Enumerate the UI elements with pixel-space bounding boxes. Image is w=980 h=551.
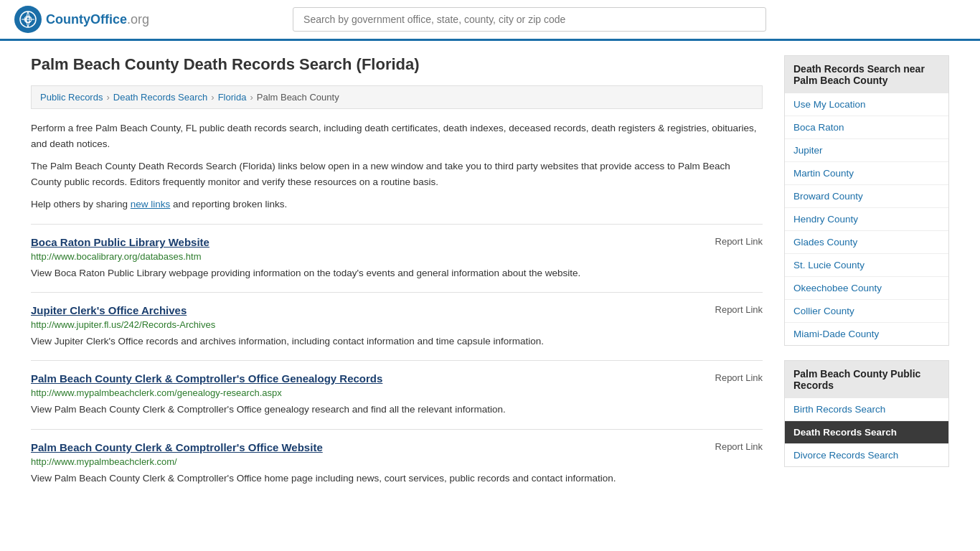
report-link-2[interactable]: Report Link xyxy=(715,372,763,383)
county-link-0[interactable]: Birth Records Search xyxy=(785,398,948,420)
nearby-item-4: Broward County xyxy=(785,185,948,208)
nearby-item-3: Martin County xyxy=(785,162,948,185)
nearby-link-1[interactable]: Boca Raton xyxy=(785,116,948,138)
county-heading: Palm Beach County Public Records xyxy=(784,360,949,398)
content-area: Palm Beach County Death Records Search (… xyxy=(31,55,763,497)
report-link-0[interactable]: Report Link xyxy=(715,236,763,247)
nearby-link-10[interactable]: Miami-Dade County xyxy=(785,323,948,345)
record-title-0[interactable]: Boca Raton Public Library Website xyxy=(31,236,209,248)
main-container: Palm Beach County Death Records Search (… xyxy=(17,41,963,512)
logo-icon: C xyxy=(14,6,42,33)
nearby-item-1: Boca Raton xyxy=(785,116,948,139)
desc-paragraph-1: Perform a free Palm Beach County, FL pub… xyxy=(31,121,763,151)
nearby-link-9[interactable]: Collier County xyxy=(785,300,948,322)
county-item-0: Birth Records Search xyxy=(785,398,948,421)
breadcrumb-florida[interactable]: Florida xyxy=(218,92,247,103)
nearby-item-6: Glades County xyxy=(785,231,948,254)
breadcrumb: Public Records › Death Records Search › … xyxy=(31,85,763,109)
nearby-link-5[interactable]: Hendry County xyxy=(785,208,948,230)
nearby-link-2[interactable]: Jupiter xyxy=(785,139,948,161)
county-link-1[interactable]: Death Records Search xyxy=(785,421,948,443)
county-link-2[interactable]: Divorce Records Search xyxy=(785,444,948,466)
logo-suffix: .org xyxy=(127,12,149,27)
nearby-list: Use My LocationBoca RatonJupiterMartin C… xyxy=(784,93,949,346)
record-url-2[interactable]: http://www.mypalmbeachclerk.com/genealog… xyxy=(31,387,763,398)
desc-paragraph-2: The Palm Beach County Death Records Sear… xyxy=(31,159,763,189)
page-description: Perform a free Palm Beach County, FL pub… xyxy=(31,121,763,212)
record-item-header: Jupiter Clerk's Office Archives Report L… xyxy=(31,304,763,316)
nearby-item-2: Jupiter xyxy=(785,139,948,162)
record-url-0[interactable]: http://www.bocalibrary.org/databases.htm xyxy=(31,251,763,262)
record-desc-1: View Jupiter Clerk's Office records and … xyxy=(31,334,763,349)
site-header: C CountyOffice.org xyxy=(0,0,980,41)
nearby-item-8: Okeechobee County xyxy=(785,277,948,300)
report-link-3[interactable]: Report Link xyxy=(715,441,763,452)
record-item: Jupiter Clerk's Office Archives Report L… xyxy=(31,292,763,360)
sidebar: Death Records Search near Palm Beach Cou… xyxy=(784,55,949,497)
record-url-3[interactable]: http://www.mypalmbeachclerk.com/ xyxy=(31,456,763,467)
nearby-item-5: Hendry County xyxy=(785,208,948,231)
search-input[interactable] xyxy=(293,7,766,32)
breadcrumb-sep-2: › xyxy=(211,92,214,103)
record-item: Palm Beach County Clerk & Comptroller's … xyxy=(31,360,763,428)
page-title: Palm Beach County Death Records Search (… xyxy=(31,55,763,74)
nearby-link-4[interactable]: Broward County xyxy=(785,185,948,207)
nearby-section: Death Records Search near Palm Beach Cou… xyxy=(784,55,949,346)
records-list: Boca Raton Public Library Website Report… xyxy=(31,224,763,497)
record-desc-0: View Boca Raton Public Library webpage p… xyxy=(31,266,763,281)
record-title-3[interactable]: Palm Beach County Clerk & Comptroller's … xyxy=(31,441,323,453)
nearby-link-3[interactable]: Martin County xyxy=(785,162,948,184)
record-item-header: Palm Beach County Clerk & Comptroller's … xyxy=(31,441,763,453)
nearby-link-8[interactable]: Okeechobee County xyxy=(785,277,948,299)
nearby-item-0: Use My Location xyxy=(785,93,948,116)
breadcrumb-death-records-search[interactable]: Death Records Search xyxy=(113,92,208,103)
desc-pre-text: Help others by sharing xyxy=(31,199,131,209)
logo-text: CountyOffice.org xyxy=(46,12,149,27)
record-url-1[interactable]: http://www.jupiter.fl.us/242/Records-Arc… xyxy=(31,319,763,330)
nearby-link-7[interactable]: St. Lucie County xyxy=(785,254,948,276)
report-link-1[interactable]: Report Link xyxy=(715,304,763,315)
breadcrumb-sep-1: › xyxy=(106,92,109,103)
desc-paragraph-3: Help others by sharing new links and rep… xyxy=(31,197,763,212)
breadcrumb-current: Palm Beach County xyxy=(257,92,339,103)
record-desc-3: View Palm Beach County Clerk & Comptroll… xyxy=(31,471,763,486)
record-desc-2: View Palm Beach County Clerk & Comptroll… xyxy=(31,402,763,417)
nearby-item-9: Collier County xyxy=(785,300,948,323)
record-item-header: Palm Beach County Clerk & Comptroller's … xyxy=(31,372,763,385)
breadcrumb-sep-3: › xyxy=(250,92,253,103)
search-container xyxy=(293,7,766,32)
record-title-1[interactable]: Jupiter Clerk's Office Archives xyxy=(31,304,187,316)
nearby-heading: Death Records Search near Palm Beach Cou… xyxy=(784,55,949,93)
county-section: Palm Beach County Public Records Birth R… xyxy=(784,360,949,467)
new-links-link[interactable]: new links xyxy=(131,199,171,209)
breadcrumb-public-records[interactable]: Public Records xyxy=(40,92,103,103)
logo-name: CountyOffice xyxy=(46,12,127,27)
record-title-2[interactable]: Palm Beach County Clerk & Comptroller's … xyxy=(31,372,382,385)
record-item: Boca Raton Public Library Website Report… xyxy=(31,224,763,292)
record-item: Palm Beach County Clerk & Comptroller's … xyxy=(31,429,763,497)
record-item-header: Boca Raton Public Library Website Report… xyxy=(31,236,763,248)
county-list: Birth Records SearchDeath Records Search… xyxy=(784,398,949,467)
desc-post-text: and reporting broken links. xyxy=(170,199,287,209)
county-item-1: Death Records Search xyxy=(785,421,948,444)
nearby-link-0[interactable]: Use My Location xyxy=(785,93,948,116)
county-item-2: Divorce Records Search xyxy=(785,444,948,466)
nearby-item-7: St. Lucie County xyxy=(785,254,948,277)
nearby-link-6[interactable]: Glades County xyxy=(785,231,948,253)
logo-link[interactable]: C CountyOffice.org xyxy=(14,6,149,33)
nearby-item-10: Miami-Dade County xyxy=(785,323,948,345)
